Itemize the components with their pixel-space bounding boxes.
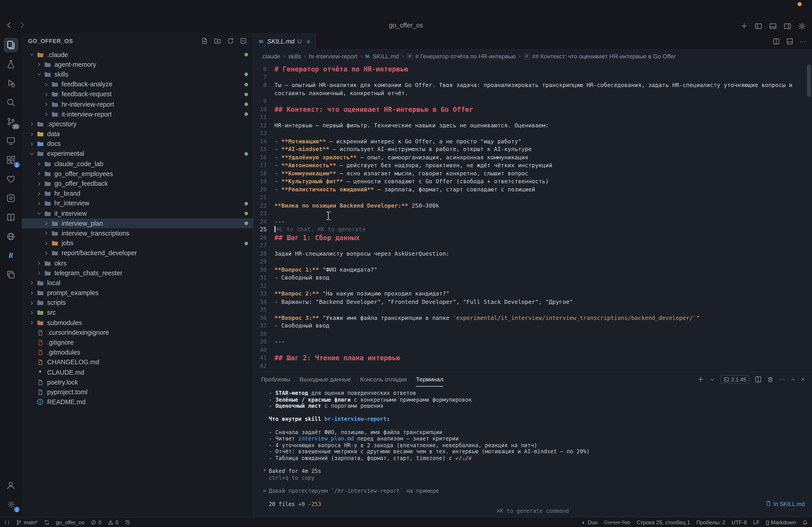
new-window-button[interactable] bbox=[740, 22, 748, 30]
toggle-primary-sidebar-button[interactable] bbox=[754, 22, 762, 30]
panel-tab-выходные-данные[interactable]: Выходные данные bbox=[300, 372, 351, 387]
timeline-history[interactable] bbox=[125, 520, 130, 525]
tree-item-prompt-examples[interactable]: prompt_examples bbox=[21, 288, 253, 298]
tree-item-hr-interview-report[interactable]: hr-interview-report bbox=[21, 100, 253, 109]
panel-tab-терминал[interactable]: Терминал bbox=[416, 372, 444, 387]
close-panel-button[interactable]: × bbox=[801, 376, 805, 382]
more-editor-actions-button[interactable]: ··· bbox=[800, 38, 806, 44]
tree-item-src[interactable]: src bbox=[21, 308, 253, 318]
tree-item-scripts[interactable]: scripts bbox=[21, 298, 253, 308]
tree-item-skills[interactable]: skills bbox=[21, 70, 253, 79]
tree-item-poetry-lock[interactable]: poetry.lock bbox=[21, 377, 253, 387]
new-folder-button[interactable] bbox=[214, 37, 221, 44]
breadcrumb-item[interactable]: SKILL.md bbox=[373, 53, 399, 59]
tree-item-docs[interactable]: docs bbox=[21, 139, 253, 149]
cursor-position[interactable]: Строка 25, столбец 1 bbox=[637, 519, 690, 525]
split-terminal-button[interactable] bbox=[754, 376, 762, 383]
tree-item-agent-memory[interactable]: agent-memory bbox=[21, 60, 253, 70]
duo-toggle[interactable]: ◐Duo bbox=[582, 519, 598, 525]
tree-item-okrs[interactable]: okrs bbox=[21, 258, 253, 268]
tree-item--claude[interactable]: .claude bbox=[21, 49, 253, 60]
tree-item-telegram-chats-reester[interactable]: telegram_chats_reester bbox=[21, 268, 253, 278]
tree-item-data[interactable]: data bbox=[21, 129, 253, 139]
tree-item--cursorindexingignore[interactable]: .cursorindexingignore bbox=[21, 328, 253, 338]
tools-view-button[interactable] bbox=[0, 189, 21, 208]
git-branch[interactable]: main* bbox=[16, 519, 38, 525]
settings-gear-button[interactable] bbox=[798, 22, 806, 30]
refresh-explorer-button[interactable] bbox=[227, 37, 234, 44]
tree-item-feedback-request[interactable]: feedback-request bbox=[21, 90, 253, 100]
tree-item-local[interactable]: local bbox=[21, 278, 253, 288]
cursor-tab-toggle[interactable]: Cursor Tab bbox=[604, 519, 630, 525]
more-terminal-actions-button[interactable]: ··· bbox=[779, 376, 785, 382]
terminal-version-pill[interactable]: 2.1.45 bbox=[720, 375, 749, 383]
toggle-editor-layout-button[interactable] bbox=[786, 37, 793, 45]
errors-count[interactable]: 0 bbox=[91, 519, 102, 525]
context-badge[interactable]: In SKILL.md bbox=[766, 500, 804, 507]
breadcrumb-item[interactable]: hr-interview-report bbox=[309, 53, 357, 59]
new-terminal-button[interactable] bbox=[697, 376, 704, 383]
collapse-folders-button[interactable] bbox=[240, 37, 247, 44]
toggle-panel-button[interactable] bbox=[769, 22, 777, 30]
tree-item-jobs[interactable]: jobs bbox=[21, 238, 253, 248]
panel-tab-консоль-отладки[interactable]: Консоль отладки bbox=[360, 372, 407, 387]
health-view-button[interactable] bbox=[0, 169, 21, 189]
tree-item-feedback-analyze[interactable]: feedback-analyze bbox=[21, 79, 253, 90]
git-sync-button[interactable] bbox=[44, 520, 49, 525]
source-control-view-button[interactable]: 20 bbox=[0, 112, 21, 131]
tree-item-hr-brand[interactable]: hr_brand bbox=[21, 189, 253, 199]
breadcrumb[interactable]: .claude›skills›hr-interview-report›M↓SKI… bbox=[254, 49, 812, 62]
breadcrumb-item[interactable]: ## Контекст: что оценивает HR-интервью в… bbox=[532, 53, 676, 59]
tab-skill-md[interactable]: M↓ SKILL.md U × bbox=[254, 33, 316, 49]
tree-item--specstory[interactable]: .specstory bbox=[21, 119, 253, 129]
tree-item-it-interview-report[interactable]: it-interview-report bbox=[21, 109, 253, 119]
docs-view-button[interactable] bbox=[0, 208, 21, 227]
tree-item-experimental[interactable]: experimental bbox=[21, 149, 253, 159]
tree-item-go-offer-feedback[interactable]: go_offer_feedback bbox=[21, 179, 253, 189]
new-file-button[interactable] bbox=[201, 37, 208, 44]
indentation-setting[interactable]: Пробелы: 2 bbox=[696, 519, 725, 525]
tree-item-changelog-md[interactable]: CHANGELOG.md bbox=[21, 358, 253, 367]
terminal-output[interactable]: - STAR-метод для оценки поведенческих от… bbox=[254, 387, 812, 500]
tree-item-claude-md[interactable]: *CLAUDE.md bbox=[21, 367, 253, 377]
editor-scrollbar[interactable] bbox=[807, 65, 811, 97]
tree-item-claude-code-lab[interactable]: claude_code_lab bbox=[21, 159, 253, 169]
tree-item--gitmodules[interactable]: .gitmodules bbox=[21, 348, 253, 358]
tree-item-submodules[interactable]: submodules bbox=[21, 318, 253, 328]
breadcrumb-item[interactable]: # Генератор отчёта по HR-интервью bbox=[415, 53, 516, 59]
panel-tab-проблемы[interactable]: Проблемы bbox=[261, 372, 290, 387]
tree-item-interview-transcriptions[interactable]: interview_transcriptions bbox=[21, 228, 253, 238]
manage-settings-button[interactable]: 1 bbox=[0, 495, 21, 514]
tree-item-interview-plan[interactable]: interview_plan bbox=[21, 219, 253, 228]
tree-item-pyproject-toml[interactable]: pyproject.toml bbox=[21, 387, 253, 397]
warnings-count[interactable]: 0 bbox=[108, 519, 119, 525]
kill-terminal-button[interactable] bbox=[767, 376, 774, 383]
r-extension-view-button[interactable]: R bbox=[0, 246, 21, 265]
language-mode[interactable]: {} Markdown bbox=[766, 519, 796, 525]
close-tab-button[interactable]: × bbox=[306, 37, 310, 45]
tree-item-readme-md[interactable]: ⓘREADME.md bbox=[21, 397, 253, 407]
tree-item--gitignore[interactable]: .gitignore bbox=[21, 338, 253, 348]
terminal-picker-button[interactable] bbox=[709, 376, 715, 382]
breadcrumb-item[interactable]: skills bbox=[288, 53, 301, 59]
maximize-panel-button[interactable] bbox=[791, 376, 796, 382]
toggle-secondary-sidebar-button[interactable] bbox=[784, 22, 791, 30]
remote-explorer-view-button[interactable] bbox=[0, 131, 21, 150]
explorer-view-button[interactable] bbox=[0, 35, 21, 54]
encoding-setting[interactable]: UTF-8 bbox=[731, 519, 747, 525]
search-view-button[interactable] bbox=[0, 93, 21, 112]
testing-view-button[interactable] bbox=[0, 54, 21, 74]
tree-item-go-offer-employees[interactable]: go_offer_employees bbox=[21, 169, 253, 179]
split-editor-button[interactable] bbox=[773, 37, 780, 45]
extensions-view-button[interactable]: 1 bbox=[0, 150, 21, 169]
eol-setting[interactable]: LF bbox=[753, 519, 759, 525]
tree-item-report-backend-developer[interactable]: report/backend_developer bbox=[21, 248, 253, 258]
run-debug-view-button[interactable] bbox=[0, 74, 21, 93]
notifications-bell[interactable] bbox=[802, 520, 808, 525]
snippets-view-button[interactable] bbox=[0, 265, 21, 284]
accounts-menu-button[interactable] bbox=[0, 476, 21, 495]
project-name[interactable]: go_offer_os bbox=[56, 519, 85, 525]
web-view-button[interactable] bbox=[0, 227, 21, 246]
tree-item-it-interview[interactable]: it_interview bbox=[21, 209, 253, 219]
editor[interactable]: 6# Генератор отчёта по HR-интервью78Ты —… bbox=[254, 63, 812, 372]
